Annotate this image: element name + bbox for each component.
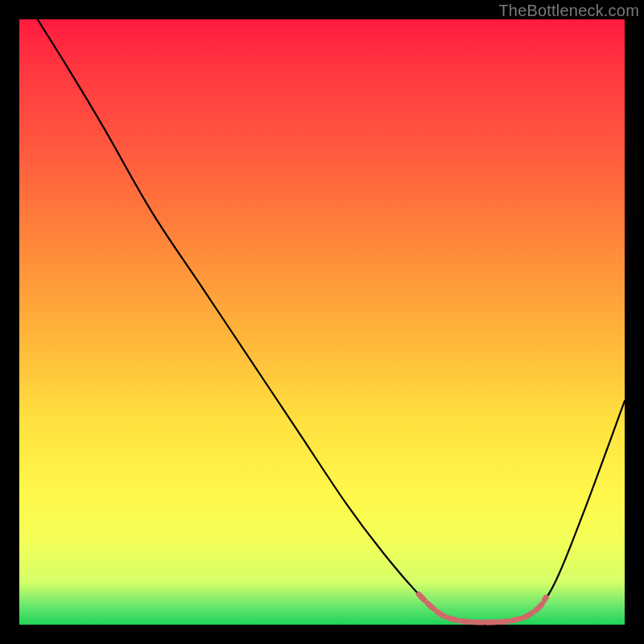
watermark-text: TheBottleneck.com [498, 2, 639, 20]
optimal-band [419, 594, 546, 622]
plot-area [19, 19, 625, 625]
chart-frame: TheBottleneck.com [0, 0, 644, 644]
bottleneck-curve [38, 19, 625, 622]
chart-svg [19, 19, 625, 625]
